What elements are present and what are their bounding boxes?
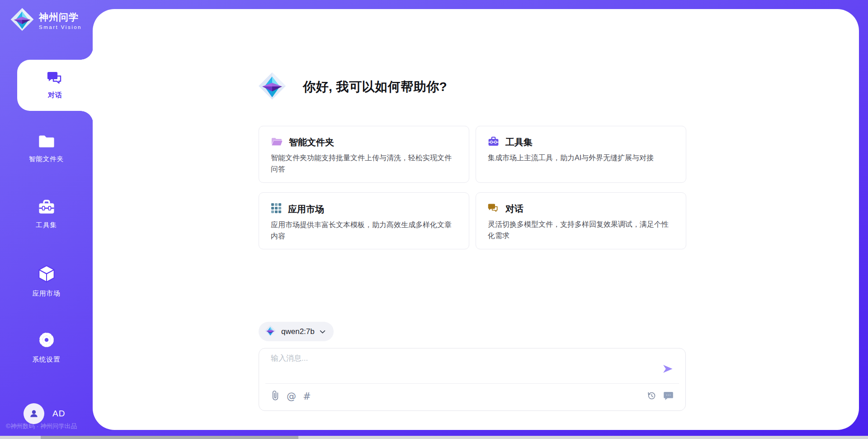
chevron-down-icon bbox=[320, 328, 326, 336]
composer-divider bbox=[265, 383, 679, 384]
card-smart-folder[interactable]: 智能文件夹 智能文件夹功能支持批量文件上传与清洗，轻松实现文件问答 bbox=[259, 126, 469, 183]
briefcase-icon bbox=[488, 136, 499, 148]
footer-copyright: ©神州数码 · 神州问学出品 bbox=[6, 422, 77, 430]
sidebar-item-label: 系统设置 bbox=[33, 355, 61, 364]
attachment-icon[interactable] bbox=[271, 390, 280, 403]
horizontal-scrollbar-thumb[interactable] bbox=[41, 436, 298, 439]
feature-cards: 智能文件夹 智能文件夹功能支持批量文件上传与清洗，轻松实现文件问答 工具集 集成… bbox=[259, 126, 686, 249]
app-screen: 神州问学 Smart Vision 对话 智能文件夹 bbox=[0, 0, 868, 439]
card-description: 灵活切换多模型文件，支持多样回复效果调试，满足个性化需求 bbox=[488, 219, 674, 242]
cube-icon bbox=[38, 265, 55, 285]
send-icon[interactable] bbox=[662, 363, 674, 375]
app-grid-icon bbox=[271, 203, 282, 215]
sidebar-item-chat[interactable]: 对话 bbox=[17, 60, 93, 111]
greeting: 你好, 我可以如何帮助你? bbox=[258, 72, 447, 102]
greeting-diamond-icon bbox=[258, 72, 287, 102]
message-composer: @ # bbox=[259, 348, 686, 411]
mention-icon[interactable]: @ bbox=[287, 392, 296, 401]
sidebar-item-settings[interactable]: 系统设置 bbox=[0, 331, 93, 364]
composer-toolbar: @ # bbox=[271, 390, 674, 403]
history-icon[interactable] bbox=[646, 391, 656, 402]
sidebar-item-label: 应用市场 bbox=[33, 289, 61, 298]
chat-icon bbox=[47, 71, 63, 87]
message-input[interactable] bbox=[271, 353, 660, 381]
toolbox-icon bbox=[38, 200, 55, 216]
card-toolset[interactable]: 工具集 集成市场上主流工具，助力AI与外界无缝扩展与对接 bbox=[476, 126, 686, 183]
user-profile[interactable]: AD bbox=[24, 403, 65, 424]
horizontal-scrollbar[interactable] bbox=[0, 436, 868, 439]
app-logo: 神州问学 Smart Vision bbox=[10, 7, 82, 33]
gear-icon bbox=[38, 331, 56, 351]
card-description: 智能文件夹功能支持批量文件上传与清洗，轻松实现文件问答 bbox=[271, 153, 457, 175]
folder-open-icon bbox=[271, 137, 283, 148]
card-title: 智能文件夹 bbox=[289, 136, 334, 148]
user-avatar-icon bbox=[24, 403, 44, 424]
card-chat[interactable]: 对话 灵活切换多模型文件，支持多样回复效果调试，满足个性化需求 bbox=[476, 192, 686, 249]
sidebar: 神州问学 Smart Vision 对话 智能文件夹 bbox=[0, 0, 93, 439]
chat-bubbles-icon bbox=[488, 203, 499, 215]
sidebar-item-label: 智能文件夹 bbox=[29, 155, 64, 163]
hash-icon[interactable]: # bbox=[303, 392, 311, 401]
app-subtitle: Smart Vision bbox=[39, 24, 82, 30]
sidebar-item-app-market[interactable]: 应用市场 bbox=[0, 265, 93, 298]
model-name: qwen2:7b bbox=[281, 327, 315, 336]
model-selector[interactable]: qwen2:7b bbox=[259, 322, 334, 341]
sidebar-item-toolset[interactable]: 工具集 bbox=[0, 200, 93, 229]
model-logo-icon bbox=[264, 325, 276, 339]
user-name: AD bbox=[52, 409, 65, 419]
folder-icon bbox=[38, 134, 55, 150]
app-title: 神州问学 bbox=[39, 11, 82, 24]
card-title: 对话 bbox=[505, 203, 524, 215]
card-title: 工具集 bbox=[505, 136, 533, 148]
greeting-text: 你好, 我可以如何帮助你? bbox=[303, 78, 447, 95]
quick-phrase-icon[interactable] bbox=[663, 391, 674, 402]
card-description: 集成市场上主流工具，助力AI与外界无缝扩展与对接 bbox=[488, 153, 674, 164]
sidebar-item-smart-folder[interactable]: 智能文件夹 bbox=[0, 134, 93, 163]
card-title: 应用市场 bbox=[288, 203, 324, 215]
card-app-market[interactable]: 应用市场 应用市场提供丰富长文本模板，助力高效生成多样化文章内容 bbox=[259, 192, 469, 249]
sidebar-item-label: 对话 bbox=[48, 91, 62, 100]
brand-diamond-icon bbox=[10, 7, 34, 33]
sidebar-item-label: 工具集 bbox=[36, 221, 57, 229]
card-description: 应用市场提供丰富长文本模板，助力高效生成多样化文章内容 bbox=[271, 220, 457, 242]
